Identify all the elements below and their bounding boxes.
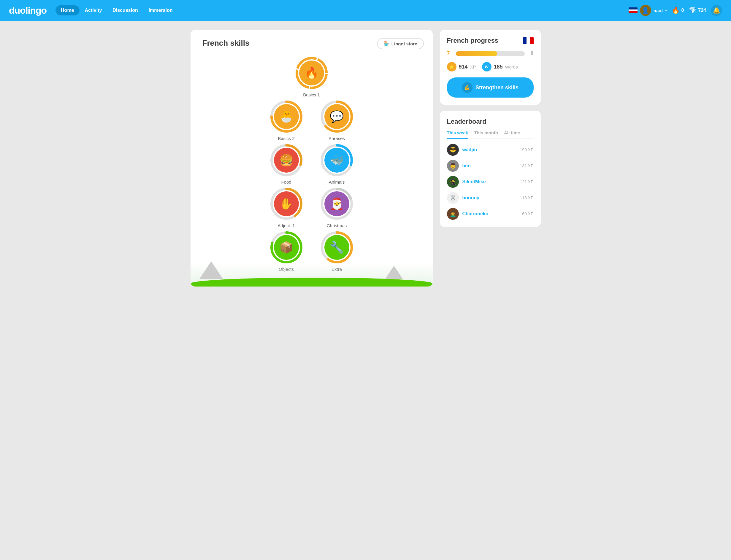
leaderboard-title: Leaderboard bbox=[447, 118, 534, 125]
skill-adj1[interactable]: ✋ Adject. 1 bbox=[270, 187, 303, 228]
skills-row-3: 🍔 Food 🐳 Animals bbox=[270, 144, 353, 184]
right-panel: French progress 7 8 ⭐ bbox=[440, 30, 541, 287]
left-panel: French skills 🏪 Lingot store 🔥 bbox=[190, 30, 433, 287]
words-orb: W bbox=[482, 62, 492, 71]
lingot-icon: 🏪 bbox=[384, 41, 389, 46]
header: duolingo Home Activity Discussion Immers… bbox=[0, 0, 731, 21]
list-item: 👨‍🦱 Chaironeko 60 XP bbox=[447, 208, 534, 220]
flag-user[interactable]: 👤 naut ▾ bbox=[629, 5, 667, 16]
lingot-store-button[interactable]: 🏪 Lingot store bbox=[377, 38, 424, 49]
tab-all-time[interactable]: All time bbox=[504, 130, 520, 139]
header-right: 👤 naut ▾ 🔥 0 💎 724 🔔 bbox=[629, 5, 722, 16]
skill-food[interactable]: 🍔 Food bbox=[270, 144, 303, 184]
nav: Home Activity Discussion Immersion bbox=[55, 5, 629, 15]
lb-xp: 131 XP bbox=[520, 163, 534, 168]
list-item: 🐰 buunny 113 XP bbox=[447, 192, 534, 204]
progress-card: French progress 7 8 ⭐ bbox=[440, 30, 541, 105]
bell-icon: 🔔 bbox=[713, 7, 720, 14]
gem-icon: 💎 bbox=[689, 7, 697, 14]
level-row: 7 8 bbox=[447, 50, 534, 57]
skill-ring-extra: 🔧 bbox=[320, 231, 353, 264]
skills-row-2: 🐣 Basics 2 💬 Phrases bbox=[270, 100, 353, 141]
skill-animals[interactable]: 🐳 Animals bbox=[320, 144, 353, 184]
skill-label-food: Food bbox=[281, 179, 291, 184]
words-label: Words bbox=[505, 64, 518, 69]
level-next: 8 bbox=[528, 50, 534, 57]
progress-header: French progress bbox=[447, 37, 534, 44]
lb-name[interactable]: buunny bbox=[463, 195, 517, 201]
skills-row-1: 🔥 Basics 1 bbox=[295, 57, 328, 97]
strengthen-label: Strengthen skills bbox=[476, 85, 519, 91]
leaderboard-list: 😎 wadjin 199 XP 👨 ben 131 XP 🥷 SilentMik… bbox=[447, 144, 534, 220]
skill-inner-objects: 📦 bbox=[274, 235, 299, 260]
lb-name[interactable]: SilentMike bbox=[463, 179, 517, 184]
xp-orb: ⭐ bbox=[447, 62, 457, 71]
progress-track bbox=[456, 51, 525, 56]
xp-label: XP bbox=[470, 64, 476, 69]
strengthen-icon: 💪 bbox=[462, 82, 473, 93]
gem-count: 724 bbox=[698, 8, 706, 13]
landscape bbox=[190, 263, 433, 287]
list-item: 😎 wadjin 199 XP bbox=[447, 144, 534, 156]
flag-red bbox=[530, 37, 534, 44]
nav-discussion[interactable]: Discussion bbox=[107, 5, 143, 15]
nav-immersion[interactable]: Immersion bbox=[143, 5, 178, 15]
skill-label-animals: Animals bbox=[329, 179, 344, 184]
lb-name[interactable]: wadjin bbox=[463, 147, 517, 152]
avatar: 🥷 bbox=[447, 176, 459, 188]
lingot-btn-label: Lingot store bbox=[392, 41, 417, 46]
tab-this-week[interactable]: This week bbox=[447, 130, 468, 139]
skills-container: 🔥 Basics 1 🐣 Basics 2 bbox=[202, 57, 421, 275]
xp-value: 914 bbox=[459, 64, 468, 70]
bell-button[interactable]: 🔔 bbox=[711, 5, 722, 16]
french-flag-header bbox=[629, 7, 638, 13]
skill-basics1[interactable]: 🔥 Basics 1 bbox=[295, 57, 328, 97]
skills-row-4: ✋ Adject. 1 🎅 Christmas bbox=[270, 187, 353, 228]
gem-box: 💎 724 bbox=[689, 7, 706, 14]
skill-inner-basics2: 🐣 bbox=[274, 104, 299, 129]
skill-ring-basics2: 🐣 bbox=[270, 100, 303, 133]
lb-items: 😎 wadjin 199 XP 👨 ben 131 XP 🥷 SilentMik… bbox=[447, 144, 534, 220]
chevron-down-icon: ▾ bbox=[665, 8, 667, 12]
lb-xp: 113 XP bbox=[520, 195, 534, 200]
avatar: 👤 bbox=[640, 5, 651, 16]
skill-ring-animals: 🐳 bbox=[320, 144, 353, 176]
streak-box: 🔥 0 bbox=[672, 7, 684, 14]
leaderboard-card: Leaderboard This week This month All tim… bbox=[440, 111, 541, 227]
progress-fill bbox=[456, 51, 497, 56]
streak-count: 0 bbox=[681, 8, 684, 13]
list-item: 👨 ben 131 XP bbox=[447, 160, 534, 172]
skill-label-basics2: Basics 2 bbox=[278, 136, 295, 141]
skill-ring-food: 🍔 bbox=[270, 144, 303, 176]
skill-phrases[interactable]: 💬 Phrases bbox=[320, 100, 353, 141]
skill-basics2[interactable]: 🐣 Basics 2 bbox=[270, 100, 303, 141]
logo: duolingo bbox=[9, 5, 47, 16]
user-name: naut bbox=[654, 8, 663, 13]
mountain-left bbox=[199, 261, 223, 279]
avatar: 👨‍🦱 bbox=[447, 208, 459, 220]
tab-this-month[interactable]: This month bbox=[474, 130, 498, 139]
flag-blue bbox=[523, 37, 527, 44]
stats-row: ⭐ 914 XP W 185 Words bbox=[447, 62, 534, 71]
skill-ring-christmas: 🎅 bbox=[320, 187, 353, 220]
xp-progress-bar: 7 8 bbox=[447, 50, 534, 57]
lb-name[interactable]: ben bbox=[463, 163, 517, 168]
skill-ring-phrases: 💬 bbox=[320, 100, 353, 133]
lb-xp: 121 XP bbox=[520, 179, 534, 184]
xp-stat: ⭐ 914 XP bbox=[447, 62, 476, 71]
skill-inner-animals: 🐳 bbox=[324, 148, 349, 173]
strengthen-skills-button[interactable]: 💪 Strengthen skills bbox=[447, 77, 534, 98]
skill-label-basics1: Basics 1 bbox=[303, 92, 320, 97]
skill-ring-basics1: 🔥 bbox=[295, 57, 328, 89]
nav-home[interactable]: Home bbox=[55, 5, 79, 15]
nav-activity[interactable]: Activity bbox=[80, 5, 107, 15]
mountain-right bbox=[385, 266, 403, 279]
skill-inner-extra: 🔧 bbox=[324, 235, 349, 260]
lb-name[interactable]: Chaironeko bbox=[463, 211, 519, 217]
skill-label-phrases: Phrases bbox=[328, 136, 345, 141]
fire-icon: 🔥 bbox=[672, 7, 680, 14]
skill-christmas[interactable]: 🎅 Christmas bbox=[320, 187, 353, 228]
words-value: 185 bbox=[494, 64, 503, 70]
list-item: 🥷 SilentMike 121 XP bbox=[447, 176, 534, 188]
skill-inner-phrases: 💬 bbox=[324, 104, 349, 129]
